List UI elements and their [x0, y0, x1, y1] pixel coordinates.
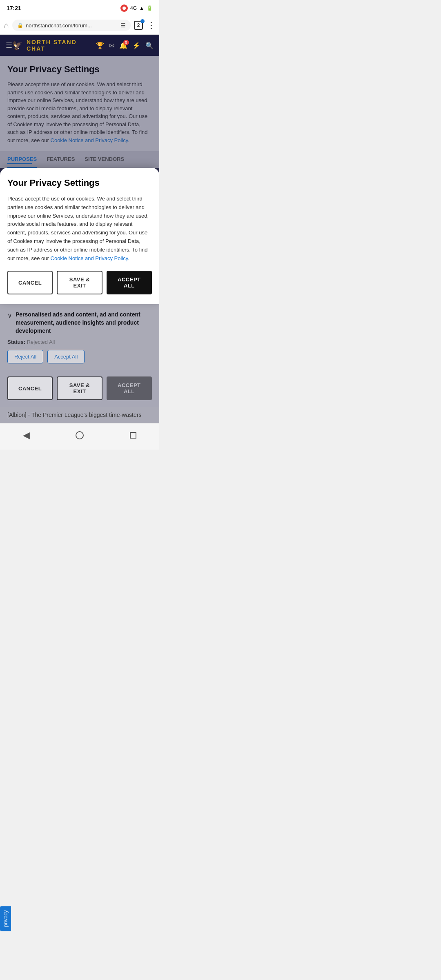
list-icon[interactable]: ☰ [120, 22, 126, 29]
bg-save-button[interactable]: SAVE & EXIT [57, 376, 102, 400]
bg-privacy-text: Please accept the use of our cookies. We… [7, 80, 152, 144]
bg-accept-button[interactable]: ACCEPT ALL [107, 376, 152, 400]
hamburger-icon[interactable]: ☰ [6, 41, 12, 50]
browser-bar: ⌂ 🔒 northstandchat.com/forum... ☰ 2 ⋮ [0, 16, 159, 35]
modal-title: Your Privacy Settings [7, 178, 152, 188]
status-label: Status: [7, 339, 25, 345]
mail-icon[interactable]: ✉ [109, 42, 114, 49]
section-header: ∨ Personalised ads and content, ad and c… [7, 311, 152, 335]
status-icons: 4G ▲ 🔋 [120, 4, 153, 12]
bg-privacy-link[interactable]: Cookie Notice and Privacy Policy. [51, 137, 129, 143]
site-header: ☰ 🦅 NORTH STAND CHAT 🏆 ✉ 🔔 5 ⚡ 🔍 [0, 35, 159, 56]
modal-cancel-button[interactable]: CANCEL [7, 271, 53, 294]
privacy-modal: Your Privacy Settings Please accept the … [0, 168, 159, 304]
modal-overlay: Your Privacy Settings Please accept the … [0, 168, 159, 304]
notification-badge: 5 [123, 40, 129, 45]
home-circle-icon [76, 431, 84, 439]
header-icons: 🏆 ✉ 🔔 5 ⚡ 🔍 [96, 42, 154, 49]
modal-privacy-link[interactable]: Cookie Notice and Privacy Policy. [51, 255, 129, 261]
home-icon[interactable]: ⌂ [4, 21, 9, 30]
bottom-nav: ◀ [0, 423, 159, 450]
modal-buttons: CANCEL SAVE & EXIT ACCEPT ALL [7, 271, 152, 294]
bird-icon: 🦅 [12, 40, 23, 50]
home-nav-button[interactable] [67, 429, 92, 442]
recents-button[interactable] [122, 430, 145, 441]
tab-count[interactable]: 2 [134, 21, 143, 30]
section-title: Personalised ads and content, ad and con… [16, 311, 152, 335]
tab-site-vendors[interactable]: SITE VENDORS [85, 156, 124, 168]
bg-privacy-section: Your Privacy Settings Please accept the … [0, 56, 159, 151]
forum-preview: [Albion] - The Premier League's biggest … [0, 407, 159, 423]
status-time: 17:21 [7, 5, 21, 11]
modal-accept-button[interactable]: ACCEPT ALL [107, 271, 152, 294]
section-action-buttons: Reject All Accept All [7, 350, 152, 363]
lightning-icon[interactable]: ⚡ [132, 42, 140, 49]
recents-square-icon [130, 432, 136, 439]
record-icon [120, 4, 128, 12]
lock-icon: 🔒 [17, 22, 23, 28]
url-text: northstandchat.com/forum... [26, 22, 118, 29]
modal-body-text: Please accept the use of our cookies. We… [7, 195, 152, 263]
battery-icon: 🔋 [147, 5, 153, 11]
accept-all-section-button[interactable]: Accept All [47, 350, 85, 363]
tab-features[interactable]: FEATURES [47, 156, 75, 168]
bg-cancel-button[interactable]: CANCEL [7, 376, 53, 400]
bg-purposes-section: ∨ Personalised ads and content, ad and c… [0, 304, 159, 370]
signal-icon: ▲ [139, 5, 144, 11]
notification-icon[interactable]: 🔔 5 [119, 42, 127, 49]
site-logo: 🦅 NORTH STAND CHAT [12, 39, 96, 52]
bg-tabs: PURPOSES FEATURES SITE VENDORS [0, 151, 159, 168]
network-indicator: 4G [130, 5, 137, 11]
status-value: Rejected All [27, 339, 55, 345]
background-page: ☰ 🦅 NORTH STAND CHAT 🏆 ✉ 🔔 5 ⚡ 🔍 Your Pr… [0, 35, 159, 423]
bg-privacy-title: Your Privacy Settings [7, 64, 152, 75]
url-bar[interactable]: 🔒 northstandchat.com/forum... ☰ [12, 20, 131, 31]
chevron-down-icon[interactable]: ∨ [7, 312, 12, 319]
bg-bottom-buttons: CANCEL SAVE & EXIT ACCEPT ALL [0, 370, 159, 407]
modal-save-button[interactable]: SAVE & EXIT [57, 271, 102, 294]
search-icon[interactable]: 🔍 [145, 42, 154, 49]
status-bar: 17:21 4G ▲ 🔋 [0, 0, 159, 16]
tab-badge [140, 19, 145, 23]
reject-all-button[interactable]: Reject All [7, 350, 43, 363]
browser-actions: 2 ⋮ [134, 20, 155, 30]
tab-purposes[interactable]: PURPOSES [7, 156, 37, 168]
back-button[interactable]: ◀ [15, 428, 38, 443]
status-row: Status: Rejected All [7, 339, 152, 345]
menu-button[interactable]: ⋮ [147, 20, 155, 30]
trophy-icon[interactable]: 🏆 [96, 42, 104, 49]
